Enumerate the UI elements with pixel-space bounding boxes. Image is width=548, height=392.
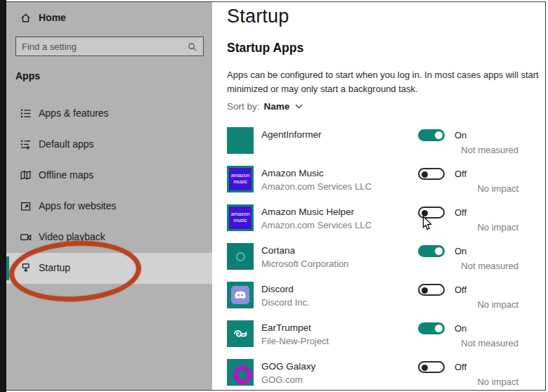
toggle-state-label: Off bbox=[455, 285, 467, 295]
startup-app-row: amazonmusic GOG Galaxy GOG.com Off No im… bbox=[212, 357, 545, 392]
toggle-knob bbox=[422, 365, 428, 371]
startup-icon bbox=[20, 262, 32, 274]
startup-toggle[interactable] bbox=[418, 168, 445, 180]
sidebar-section-header: Apps bbox=[15, 70, 40, 81]
app-name: Cortana bbox=[261, 245, 348, 256]
description-text: Apps can be configured to start when you… bbox=[227, 68, 548, 96]
window-left-edge bbox=[0, 0, 6, 392]
search-box[interactable] bbox=[15, 37, 204, 56]
home-label: Home bbox=[39, 12, 66, 23]
startup-impact-label: Not measured bbox=[418, 261, 518, 271]
app-icon: amazonmusic bbox=[227, 127, 254, 154]
toggle-state-label: Off bbox=[455, 207, 467, 218]
app-icon: amazonmusic bbox=[227, 320, 254, 347]
page-title: Startup bbox=[227, 6, 289, 27]
sidebar-item-label: Default apps bbox=[39, 138, 94, 150]
app-publisher: Microsoft Corporation bbox=[261, 259, 348, 269]
toggle-knob bbox=[435, 247, 443, 255]
toggle-knob bbox=[422, 287, 428, 294]
list-icon bbox=[20, 107, 32, 119]
sort-by-label: Sort by: bbox=[227, 101, 260, 112]
app-name: Amazon Music bbox=[261, 168, 372, 178]
app-icon: amazonmusic bbox=[227, 243, 254, 270]
sidebar-item-label: Startup bbox=[39, 262, 70, 273]
startup-toggle[interactable] bbox=[418, 322, 445, 334]
app-name: AgentInformer bbox=[261, 129, 322, 140]
app-publisher: GOG.com bbox=[261, 374, 315, 385]
app-icon: amazonmusic bbox=[227, 282, 254, 308]
home-icon bbox=[20, 12, 32, 24]
startup-app-list: amazonmusic AgentInformer On Not measure… bbox=[212, 125, 545, 392]
app-icon: amazonmusic bbox=[227, 359, 254, 386]
sidebar-item-offline-maps[interactable]: Offline maps bbox=[6, 160, 212, 191]
toggle-knob bbox=[422, 171, 428, 178]
startup-toggle[interactable] bbox=[418, 129, 445, 141]
app-name: EarTrumpet bbox=[261, 322, 329, 333]
startup-app-row: amazonmusic Amazon Music Helper Amazon.c… bbox=[212, 202, 545, 241]
toggle-state-label: On bbox=[455, 246, 467, 256]
toggle-state-label: Off bbox=[455, 362, 467, 372]
startup-app-row: amazonmusic Discord Discord Inc. Off No … bbox=[212, 280, 545, 318]
sidebar-item-startup[interactable]: Startup bbox=[6, 253, 212, 284]
list-arrow-icon bbox=[20, 138, 32, 150]
app-icon: amazonmusic bbox=[227, 166, 254, 192]
startup-impact-label: No impact bbox=[418, 222, 518, 233]
app-icon: amazonmusic bbox=[227, 204, 254, 231]
search-input[interactable] bbox=[16, 41, 187, 52]
sidebar-item-label: Apps for websites bbox=[39, 200, 117, 211]
sort-by-dropdown[interactable]: Sort by: Name bbox=[227, 101, 303, 112]
startup-app-row: amazonmusic Amazon Music Amazon.com Serv… bbox=[212, 164, 545, 202]
sidebar-item-label: Video playback bbox=[39, 231, 105, 242]
sidebar-nav-list: Apps & features Default apps Offline map… bbox=[6, 98, 212, 284]
toggle-knob bbox=[435, 325, 443, 332]
app-publisher: Amazon.com Services LLC bbox=[261, 181, 372, 192]
sidebar-item-apps-features[interactable]: Apps & features bbox=[6, 98, 212, 129]
discord-icon bbox=[232, 287, 249, 303]
eartrumpet-icon bbox=[231, 325, 249, 343]
settings-window: Home Apps Apps & features Default apps O… bbox=[0, 0, 548, 392]
startup-toggle[interactable] bbox=[418, 245, 445, 257]
app-name: Discord bbox=[261, 284, 310, 294]
video-icon bbox=[20, 231, 32, 243]
main-panel: Startup Startup Apps Apps can be configu… bbox=[212, 1, 545, 391]
startup-toggle[interactable] bbox=[418, 361, 445, 373]
toggle-state-label: Off bbox=[455, 169, 467, 179]
sidebar-item-label: Offline maps bbox=[39, 169, 93, 181]
startup-impact-label: No impact bbox=[418, 377, 518, 387]
sidebar-item-default-apps[interactable]: Default apps bbox=[6, 129, 212, 160]
toggle-state-label: On bbox=[455, 130, 467, 141]
amazon-music-logo: amazonmusic bbox=[229, 207, 252, 229]
sidebar-item-apps-for-websites[interactable]: Apps for websites bbox=[6, 191, 212, 222]
startup-impact-label: Not measured bbox=[418, 145, 518, 155]
startup-app-row: amazonmusic Cortana Microsoft Corporatio… bbox=[212, 241, 545, 280]
sidebar-item-label: Apps & features bbox=[39, 107, 109, 119]
toggle-knob bbox=[435, 131, 443, 139]
startup-impact-label: No impact bbox=[418, 299, 518, 310]
app-name: GOG Galaxy bbox=[261, 361, 315, 372]
section-title: Startup Apps bbox=[227, 41, 304, 55]
sort-by-value: Name bbox=[264, 101, 290, 112]
app-publisher: Amazon.com Services LLC bbox=[261, 220, 372, 230]
app-name: Amazon Music Helper bbox=[261, 207, 372, 217]
startup-app-row: amazonmusic AgentInformer On Not measure… bbox=[212, 125, 545, 164]
sidebar-item-video-playback[interactable]: Video playback bbox=[6, 222, 212, 253]
app-publisher: Discord Inc. bbox=[261, 297, 310, 308]
app-link-icon bbox=[20, 200, 32, 212]
sidebar-item-home[interactable]: Home bbox=[6, 8, 212, 28]
toggle-knob bbox=[422, 210, 428, 216]
startup-app-row: amazonmusic EarTrumpet File-New-Project … bbox=[212, 318, 545, 357]
search-icon[interactable] bbox=[187, 41, 197, 52]
map-icon bbox=[20, 169, 32, 181]
startup-toggle[interactable] bbox=[418, 207, 445, 218]
amazon-music-logo: amazonmusic bbox=[229, 168, 252, 190]
sidebar: Home Apps Apps & features Default apps O… bbox=[6, 1, 212, 391]
startup-toggle[interactable] bbox=[418, 284, 445, 296]
chevron-down-icon bbox=[295, 104, 303, 109]
app-publisher: File-New-Project bbox=[261, 336, 329, 346]
toggle-state-label: On bbox=[455, 323, 467, 334]
startup-impact-label: No impact bbox=[418, 183, 518, 194]
startup-impact-label: Not measured bbox=[418, 338, 518, 348]
